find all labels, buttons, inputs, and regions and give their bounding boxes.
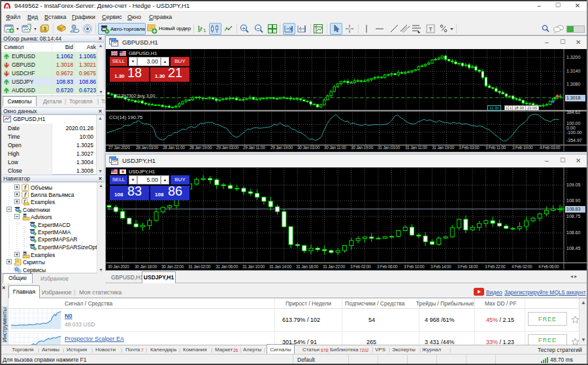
svg-text:+: + [242,26,246,31]
svg-text:−: − [257,26,260,31]
svg-text:T: T [429,26,433,33]
svg-text:$: $ [44,26,47,31]
svg-text:1: 1 [203,27,206,33]
